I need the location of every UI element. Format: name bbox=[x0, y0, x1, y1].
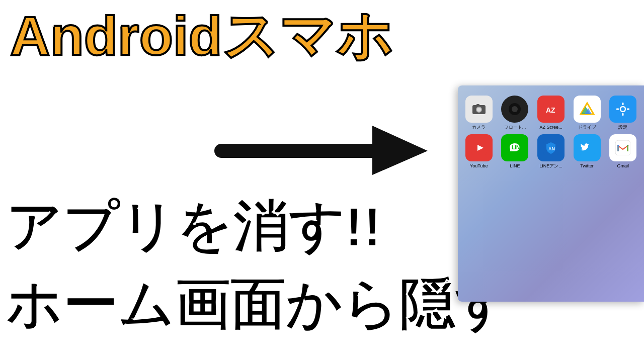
camera-label: カメラ bbox=[472, 125, 486, 130]
svg-rect-15 bbox=[616, 109, 619, 110]
lineantivirus-label: LINEアン... bbox=[539, 163, 562, 169]
svg-point-2 bbox=[477, 108, 481, 112]
svg-point-5 bbox=[512, 106, 518, 112]
app-item-gmail[interactable]: Gmail bbox=[607, 134, 639, 169]
camera-icon bbox=[465, 96, 493, 123]
arrow-icon bbox=[211, 116, 443, 181]
app-item-camera[interactable]: カメラ bbox=[463, 96, 495, 130]
phone-screen: カメラ フロート... AZ bbox=[458, 85, 644, 302]
app-item-twitter[interactable]: Twitter bbox=[571, 134, 603, 169]
page-title: Androidスマホ bbox=[10, 5, 393, 66]
lineantivirus-icon: AN bbox=[537, 134, 565, 161]
az-icon: AZ bbox=[537, 96, 565, 123]
svg-text:LINE: LINE bbox=[512, 145, 522, 150]
floato-icon bbox=[501, 96, 528, 123]
app-item-az[interactable]: AZ AZ Scree... bbox=[535, 96, 567, 130]
drive-icon bbox=[574, 96, 601, 123]
app-item-drive[interactable]: ドライブ bbox=[571, 96, 603, 130]
settings-icon bbox=[609, 96, 636, 123]
svg-rect-3 bbox=[476, 104, 479, 106]
twitter-label: Twitter bbox=[580, 163, 594, 169]
subtitle1-text: アプリを消す!! bbox=[5, 196, 381, 257]
svg-text:AZ: AZ bbox=[546, 106, 555, 114]
main-container: Androidスマホ アプリを消す!! ホーム画面から隠す カメラ bbox=[0, 0, 644, 362]
gmail-label: Gmail bbox=[617, 163, 629, 169]
svg-rect-14 bbox=[622, 113, 624, 116]
line-icon: L LINE bbox=[501, 134, 528, 161]
app-item-line[interactable]: L LINE LINE bbox=[499, 134, 531, 169]
youtube-label: YouTube bbox=[470, 163, 488, 169]
youtube-icon bbox=[465, 134, 493, 161]
subtitle2-text: ホーム画面から隠す bbox=[5, 274, 511, 335]
svg-text:AN: AN bbox=[548, 146, 555, 151]
app-item-settings[interactable]: 設定 bbox=[607, 96, 639, 130]
app-item-lineantivirus[interactable]: AN LINEアン... bbox=[535, 134, 567, 169]
drive-label: ドライブ bbox=[578, 125, 596, 130]
twitter-icon bbox=[574, 134, 601, 161]
svg-rect-16 bbox=[627, 109, 629, 110]
svg-rect-13 bbox=[622, 103, 624, 105]
app-item-floato[interactable]: フロート... bbox=[499, 96, 531, 130]
az-label: AZ Scree... bbox=[539, 125, 562, 130]
app-grid-row1: カメラ フロート... AZ bbox=[458, 85, 644, 179]
app-item-youtube[interactable]: YouTube bbox=[463, 134, 495, 169]
floato-label: フロート... bbox=[504, 125, 526, 130]
line-label: LINE bbox=[510, 163, 520, 169]
gmail-icon bbox=[609, 134, 636, 161]
settings-label: 設定 bbox=[618, 125, 627, 130]
